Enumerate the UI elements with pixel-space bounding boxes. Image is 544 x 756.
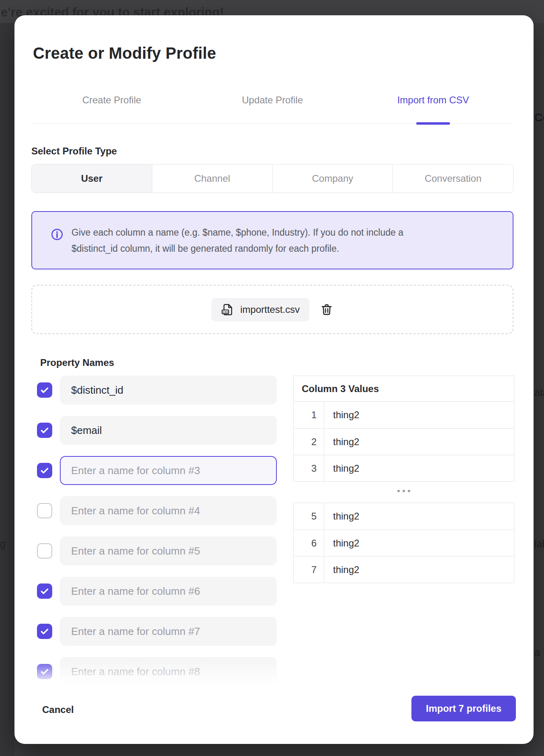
uploaded-file-name: importtest.csv	[240, 304, 300, 315]
csv-dropzone: csv importtest.csv	[31, 285, 513, 334]
column-4-name-input[interactable]	[60, 496, 277, 525]
check-icon	[39, 666, 50, 677]
profile-type-user[interactable]: User	[32, 164, 152, 193]
active-tab-underline	[416, 122, 450, 125]
column-values-table: Column 3 Values 1 thing2 2 thing2 3 thin…	[293, 376, 514, 482]
column-5-checkbox[interactable]	[37, 543, 52, 559]
remove-file-button[interactable]	[320, 303, 333, 316]
table-row: 6 thing2	[294, 530, 514, 556]
uploaded-file-chip: csv importtest.csv	[211, 298, 309, 321]
row-number: 7	[294, 557, 324, 583]
table-row: 3 thing2	[294, 455, 514, 481]
row-value: thing2	[324, 557, 514, 583]
background-left-edge: g	[0, 23, 14, 756]
profile-type-conversation[interactable]: Conversation	[393, 164, 513, 193]
column-values-header: Column 3 Values	[294, 376, 514, 402]
create-modify-profile-modal: Create or Modify Profile Create Profile …	[14, 15, 534, 744]
check-icon	[39, 385, 50, 395]
background-fragment: g	[0, 538, 6, 550]
background-right-edge: Co ata lab a	[534, 23, 544, 756]
table-row: 5 thing2	[294, 503, 514, 530]
column-3-checkbox[interactable]	[37, 463, 52, 478]
profile-type-segmented-control: User Channel Company Conversation	[31, 164, 513, 193]
background-fragment: lab	[534, 538, 544, 550]
property-row	[37, 657, 277, 686]
table-row: 7 thing2	[294, 556, 514, 583]
property-row	[37, 617, 277, 646]
column-2-name-input[interactable]	[60, 416, 277, 445]
table-row: 2 thing2	[294, 428, 514, 455]
info-callout: Give each column a name (e.g. $name, $ph…	[31, 211, 513, 269]
column-6-name-input[interactable]	[60, 577, 277, 606]
property-row	[37, 376, 277, 405]
info-text-line1: Give each column a name (e.g. $name, $ph…	[72, 224, 403, 240]
column-3-name-input[interactable]	[60, 456, 277, 485]
row-value: thing2	[324, 402, 514, 428]
property-row	[37, 496, 277, 525]
background-fragment: ata	[534, 387, 544, 399]
profile-type-channel[interactable]: Channel	[152, 164, 272, 193]
row-value: thing2	[324, 503, 514, 530]
column-6-checkbox[interactable]	[37, 583, 52, 599]
import-profiles-button[interactable]: Import 7 profiles	[411, 696, 516, 721]
row-number: 3	[294, 455, 324, 481]
info-text: Give each column a name (e.g. $name, $ph…	[72, 224, 403, 257]
background-fragment: a	[534, 647, 540, 658]
column-1-checkbox[interactable]	[37, 382, 52, 398]
info-text-line2: $distinct_id column, it will be generate…	[72, 240, 403, 257]
column-8-checkbox[interactable]	[37, 664, 52, 679]
column-2-checkbox[interactable]	[37, 423, 52, 438]
tab-create-profile[interactable]: Create Profile	[31, 94, 192, 106]
property-row	[37, 536, 277, 565]
tab-update-profile[interactable]: Update Profile	[192, 94, 353, 106]
table-ellipsis	[293, 490, 514, 492]
csv-file-icon: csv	[221, 303, 235, 316]
property-row	[37, 577, 277, 606]
check-icon	[39, 586, 50, 596]
cancel-button[interactable]: Cancel	[42, 704, 74, 716]
check-icon	[39, 425, 50, 436]
screen: e're excited for you to start exploring!…	[0, 0, 544, 756]
column-7-name-input[interactable]	[60, 617, 277, 646]
column-8-name-input[interactable]	[60, 657, 277, 686]
column-7-checkbox[interactable]	[37, 624, 52, 639]
property-row	[37, 456, 277, 485]
property-row	[37, 416, 277, 445]
column-values-table-continued: 5 thing2 6 thing2 7 thing2	[293, 503, 514, 583]
row-number: 6	[294, 530, 324, 556]
check-icon	[39, 465, 50, 476]
tab-import-from-csv[interactable]: Import from CSV	[353, 94, 513, 106]
row-number: 1	[294, 402, 324, 428]
row-value: thing2	[324, 530, 514, 556]
profile-type-label: Select Profile Type	[31, 146, 117, 157]
modal-title: Create or Modify Profile	[33, 44, 216, 62]
column-5-name-input[interactable]	[60, 536, 277, 565]
background-fragment: Co	[534, 111, 544, 124]
tab-bar: Create Profile Update Profile Import fro…	[31, 76, 513, 124]
profile-type-company[interactable]: Company	[272, 164, 393, 193]
row-value: thing2	[324, 429, 514, 455]
svg-text:csv: csv	[223, 310, 228, 314]
row-value: thing2	[324, 455, 514, 481]
info-icon	[51, 228, 63, 241]
check-icon	[39, 626, 50, 637]
property-names-label: Property Names	[40, 357, 114, 368]
row-number: 5	[294, 503, 324, 530]
table-row: 1 thing2	[294, 402, 514, 428]
row-number: 2	[294, 429, 324, 455]
column-4-checkbox[interactable]	[37, 503, 52, 518]
trash-icon	[320, 303, 333, 316]
column-1-name-input[interactable]	[60, 376, 277, 405]
